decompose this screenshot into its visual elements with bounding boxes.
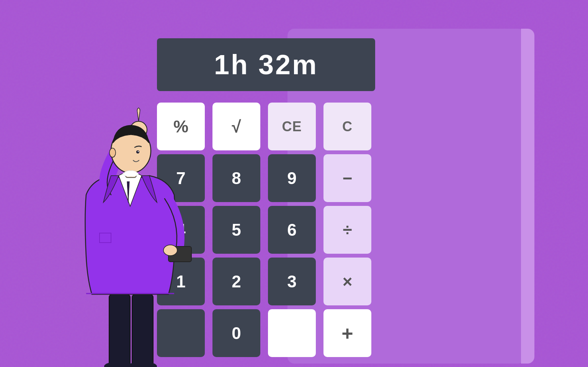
scene: 1h 32m % √ CE C 7 8 9 − 4 5 6 ÷ 1 2 3 × bbox=[0, 0, 588, 367]
svg-point-6 bbox=[163, 245, 177, 256]
six-button[interactable]: 6 bbox=[268, 206, 316, 254]
svg-rect-1 bbox=[132, 294, 153, 367]
ce-button[interactable]: CE bbox=[268, 103, 316, 150]
nine-button[interactable]: 9 bbox=[268, 154, 316, 202]
person-illustration bbox=[31, 34, 222, 367]
divide-button[interactable]: ÷ bbox=[323, 206, 371, 254]
c-button[interactable]: C bbox=[323, 103, 371, 150]
svg-point-11 bbox=[109, 148, 116, 157]
svg-point-10 bbox=[138, 151, 139, 152]
calculator-side-strip bbox=[521, 29, 534, 364]
decimal-button[interactable] bbox=[268, 309, 316, 357]
svg-rect-0 bbox=[109, 294, 130, 367]
minus-button[interactable]: − bbox=[323, 154, 371, 202]
multiply-button[interactable]: × bbox=[323, 258, 371, 305]
three-button[interactable]: 3 bbox=[268, 258, 316, 305]
plus-button[interactable]: + bbox=[323, 309, 371, 357]
